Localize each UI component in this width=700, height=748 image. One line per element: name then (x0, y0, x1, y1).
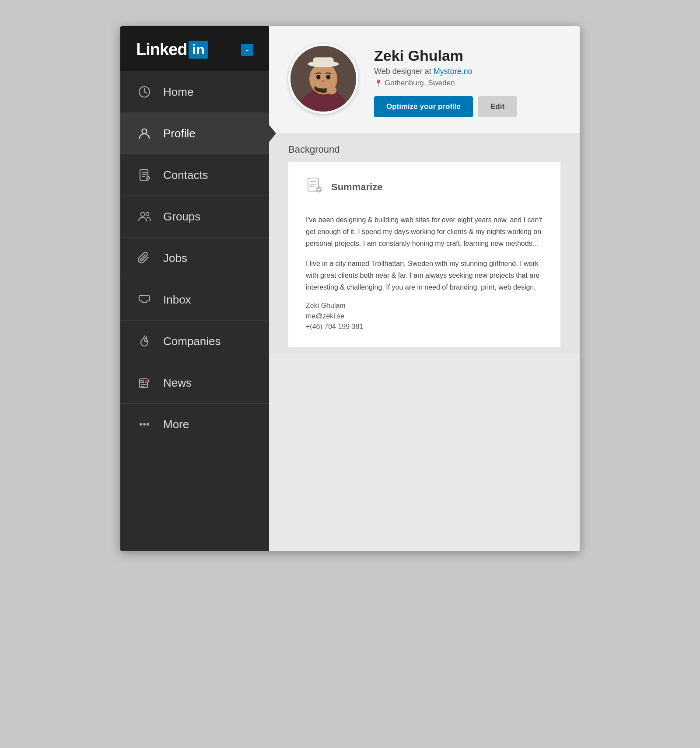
profile-name: Zeki Ghulam (374, 47, 560, 64)
contact-email: me@zeki.se (306, 312, 543, 320)
optimize-profile-button[interactable]: Optimize your profile (374, 96, 473, 117)
people-icon (136, 208, 153, 225)
dots-icon (136, 416, 153, 433)
edit-profile-button[interactable]: Edit (478, 96, 517, 117)
svg-point-20 (143, 423, 146, 426)
profile-company-link[interactable]: Mystore.no (434, 67, 472, 76)
news-icon: 1 (136, 374, 153, 391)
svg-point-33 (322, 80, 325, 83)
svg-text:1: 1 (147, 379, 149, 382)
sidebar-item-more[interactable]: More (120, 404, 269, 445)
sidebar-item-more-label: More (163, 418, 189, 431)
svg-point-31 (316, 75, 320, 79)
svg-point-34 (327, 86, 337, 94)
summarize-icon (306, 176, 323, 198)
logo-linked-text: Linked (136, 40, 187, 59)
background-section: Background Summarize (269, 133, 580, 354)
svg-point-19 (140, 423, 142, 426)
sidebar-item-profile[interactable]: Profile (120, 113, 269, 154)
sidebar-item-news[interactable]: 1 News (120, 362, 269, 404)
bio-paragraph-2: I live in a city named Trollhattan, Swed… (306, 258, 543, 294)
svg-rect-30 (313, 57, 334, 66)
sidebar-item-contacts-label: Contacts (163, 168, 208, 182)
avatar (288, 44, 358, 114)
svg-point-21 (147, 423, 149, 426)
sidebar-item-inbox-label: Inbox (163, 293, 191, 307)
profile-title-text: Web designer at (374, 67, 434, 76)
paperclip-icon (136, 250, 153, 266)
svg-rect-12 (141, 381, 144, 383)
svg-point-32 (326, 75, 330, 79)
contact-name: Zeki Ghulam (306, 302, 543, 310)
location-icon: 📍 (374, 79, 383, 87)
sidebar-item-companies[interactable]: Companies (120, 321, 269, 362)
logo-in-text: in (189, 41, 208, 59)
logo: Linked in (136, 40, 208, 59)
inbox-icon (136, 291, 153, 308)
sidebar-item-inbox[interactable]: Inbox (120, 279, 269, 321)
background-card: Summarize I've been designing & building… (288, 162, 560, 347)
sidebar-item-home[interactable]: Home (120, 71, 269, 113)
sidebar-item-home-label: Home (163, 85, 193, 99)
profile-title: Web designer at Mystore.no (374, 67, 560, 76)
sidebar-item-jobs-label: Jobs (163, 252, 187, 265)
sidebar-item-jobs[interactable]: Jobs (120, 238, 269, 279)
profile-info: Zeki Ghulam Web designer at Mystore.no 📍… (374, 44, 560, 117)
app-window: Linked in - Home (120, 26, 580, 551)
bio-paragraph-1: I've been designing & building web sites… (306, 214, 543, 250)
sidebar-item-contacts[interactable]: Contacts (120, 154, 269, 196)
sidebar: Linked in - Home (120, 26, 269, 551)
sidebar-item-groups[interactable]: Groups (120, 196, 269, 238)
minimize-button[interactable]: - (241, 44, 253, 56)
sidebar-item-profile-label: Profile (163, 127, 196, 140)
summarize-label: Summarize (331, 182, 382, 193)
profile-actions: Optimize your profile Edit (374, 96, 560, 117)
avatar-container (288, 44, 358, 114)
profile-location-text: Gothenburg, Sweden (385, 79, 455, 87)
person-icon (136, 125, 153, 142)
sidebar-item-groups-label: Groups (163, 210, 200, 224)
profile-card: Zeki Ghulam Web designer at Mystore.no 📍… (269, 26, 580, 133)
svg-line-2 (144, 92, 147, 93)
svg-point-10 (146, 213, 149, 216)
svg-point-3 (142, 129, 147, 134)
summarize-header: Summarize (306, 176, 543, 205)
flame-icon (136, 333, 153, 350)
main-content: Zeki Ghulam Web designer at Mystore.no 📍… (269, 26, 580, 551)
clock-icon (136, 84, 153, 100)
svg-point-9 (141, 213, 145, 217)
background-section-title: Background (288, 144, 560, 155)
profile-location: 📍 Gothenburg, Sweden (374, 79, 560, 87)
book-icon (136, 167, 153, 183)
sidebar-header: Linked in - (120, 26, 269, 71)
sidebar-item-news-label: News (163, 376, 192, 390)
contact-phone: +(46) 704 199 381 (306, 323, 543, 331)
contact-info: Zeki Ghulam me@zeki.se +(46) 704 199 381 (306, 302, 543, 331)
sidebar-item-companies-label: Companies (163, 335, 221, 348)
